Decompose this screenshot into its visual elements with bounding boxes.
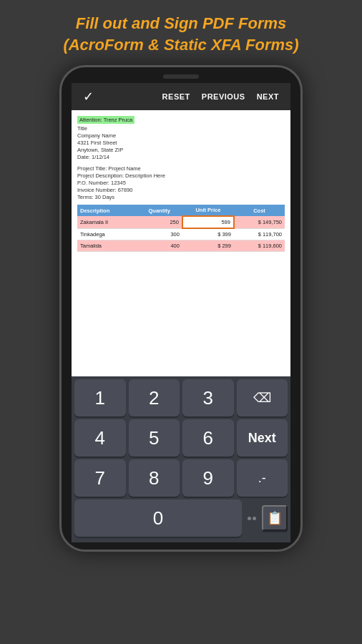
- cell-desc: Tamalida: [77, 240, 137, 252]
- cell-unit: $ 399: [182, 228, 234, 240]
- table-row: Tinkadega 300 $ 399 $ 119,700: [77, 228, 285, 240]
- document-area: Attention: Trenz Pruca Title Company Nam…: [72, 110, 290, 376]
- cell-unit highlighted-cell[interactable]: 599: [182, 216, 234, 228]
- key-next[interactable]: Next: [237, 419, 288, 457]
- headline-line1: Fill out and Sign PDF Forms: [76, 14, 287, 32]
- cell-qty: 300: [137, 228, 182, 240]
- key-decimal[interactable]: .-: [237, 459, 288, 497]
- toolbar: ✓ RESET PREVIOUS NEXT: [72, 83, 290, 110]
- doc-line: 4321 First Street: [77, 140, 285, 146]
- col-unit-price: Unit Price: [182, 205, 234, 216]
- next-label: NEXT: [257, 92, 279, 101]
- phone-wrapper: ✓ RESET PREVIOUS NEXT Attention: Trenz P…: [59, 65, 303, 552]
- cell-desc: Zakamala II: [77, 216, 137, 228]
- headline: Fill out and Sign PDF Forms (AcroForm & …: [41, 0, 320, 65]
- project-line: Terms: 30 Days: [77, 194, 285, 200]
- key-0[interactable]: 0: [74, 499, 242, 537]
- attention-field[interactable]: Attention: Trenz Pruca: [77, 116, 134, 124]
- check-button[interactable]: ✓: [77, 89, 99, 104]
- keypad: 1 2 3 ⌫ 4 5 6 Next 7 8 9 .- 0: [72, 376, 290, 542]
- key-2[interactable]: 2: [129, 379, 180, 416]
- doc-line: Date: 1/12/14: [77, 154, 285, 160]
- cell-desc: Tinkadega: [77, 228, 137, 240]
- key-backspace[interactable]: ⌫: [237, 379, 288, 416]
- project-line: Project Description: Description Here: [77, 172, 285, 179]
- doc-line: Company Name: [77, 132, 285, 139]
- project-line: Project Title: Project Name: [77, 165, 285, 172]
- key-7[interactable]: 7: [74, 459, 126, 497]
- phone-speaker: [163, 74, 199, 79]
- key-4[interactable]: 4: [74, 419, 126, 457]
- doc-line: Title: [77, 125, 285, 132]
- col-cost: Cost: [234, 205, 285, 216]
- key-9[interactable]: 9: [182, 459, 234, 497]
- reset-button[interactable]: RESET: [157, 89, 196, 104]
- reset-label: RESET: [162, 92, 190, 101]
- cell-qty: 250: [137, 216, 182, 228]
- key-clipboard[interactable]: 📋: [262, 505, 288, 531]
- project-line: Invoice Number: 67890: [77, 187, 285, 193]
- cell-cost: $ 119,700: [234, 228, 285, 240]
- settings-icons: [245, 517, 259, 520]
- cell-qty: 400: [137, 240, 182, 252]
- doc-lines: Title Company Name 4321 First Street Any…: [77, 125, 285, 160]
- next-button[interactable]: NEXT: [251, 89, 285, 104]
- invoice-table: Description Quantity Unit Price Cost Zak…: [77, 205, 285, 252]
- table-row: Tamalida 400 $ 299 $ 119,600: [77, 240, 285, 252]
- key-6[interactable]: 6: [182, 419, 234, 457]
- phone-screen: ✓ RESET PREVIOUS NEXT Attention: Trenz P…: [72, 83, 290, 542]
- key-3[interactable]: 3: [182, 379, 234, 416]
- col-description: Description: [77, 205, 137, 216]
- doc-line: Anytown, State ZIP: [77, 147, 285, 153]
- cell-cost: $ 149,750: [234, 216, 285, 228]
- previous-label: PREVIOUS: [202, 92, 245, 101]
- project-line: P.O. Number: 12345: [77, 180, 285, 186]
- table-row: Zakamala II 250 599 $ 149,750: [77, 216, 285, 228]
- col-quantity: Quantity: [137, 205, 182, 216]
- cell-cost: $ 119,600: [234, 240, 285, 252]
- cell-unit: $ 299: [182, 240, 234, 252]
- key-1[interactable]: 1: [74, 379, 126, 416]
- key-5[interactable]: 5: [129, 419, 180, 457]
- key-8[interactable]: 8: [129, 459, 180, 497]
- previous-button[interactable]: PREVIOUS: [196, 89, 251, 104]
- headline-line2: (AcroForm & Static XFA Forms): [63, 36, 298, 54]
- project-lines: Project Title: Project Name Project Desc…: [77, 165, 285, 200]
